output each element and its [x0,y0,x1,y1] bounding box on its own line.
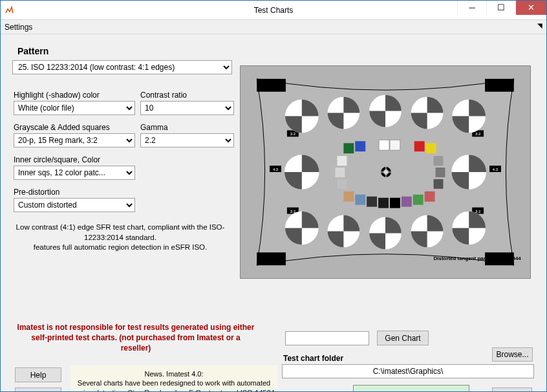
svg-rect-35 [337,156,347,166]
grayscale-select[interactable]: 20-p, 15 Reg mark, 3:2 [14,133,135,147]
title-bar: Test Charts ─ ☐ ✕ [1,1,546,20]
chart-preview: 4:3 3:2 3:2 4:3 3:2 3:2 [240,65,531,279]
predist-select[interactable]: Custom distorted [14,198,135,212]
svg-rect-38 [434,156,444,166]
menu-toggle-icon[interactable]: ◥ [537,22,542,29]
pattern-select[interactable]: 25. ISO 12233:2014 (low contrast: 4:1 ed… [12,60,232,74]
gamma-label: Gamma [140,123,234,132]
app-icon [1,1,17,20]
svg-text:3:2: 3:2 [290,132,296,136]
news-panel: News. Imatest 4.0: Several charts have b… [70,365,277,392]
folder-label: Test chart folder [283,354,343,363]
svg-rect-42 [355,195,365,205]
inner-select[interactable]: Inner sqs, 12 color patc... [14,166,135,180]
svg-rect-47 [413,195,424,205]
svg-rect-1 [257,79,286,92]
folder-input[interactable] [282,364,534,378]
reset-button[interactable]: Reset [15,387,61,392]
highlight-label: Highlight (-shadow) color [14,91,135,100]
svg-rect-45 [390,198,400,208]
news-header: News. Imatest 4.0: [73,369,275,378]
preview-caption-svg: Distorted tangent parameter = 0.944 [434,256,522,261]
svg-rect-30 [355,141,365,151]
close-window-button[interactable]: ✕ [515,1,546,15]
menu-settings[interactable]: Settings [5,23,32,32]
gen-input[interactable] [285,331,369,345]
chart-description: Low contrast (4:1) edge SFR test chart, … [14,223,227,253]
gamma-select[interactable]: 2.2 [140,133,234,147]
warning-text: Imatest is not responsible for test resu… [16,322,255,354]
svg-text:4:3: 4:3 [273,168,279,171]
svg-rect-48 [425,191,435,202]
svg-rect-43 [367,197,377,207]
svg-rect-39 [436,168,445,177]
svg-rect-3 [257,252,286,265]
svg-rect-2 [485,79,514,92]
minimize-button[interactable]: ─ [457,1,486,15]
svg-text:3:2: 3:2 [475,132,481,136]
svg-rect-40 [434,179,444,189]
contrast-label: Contrast ratio [140,91,234,100]
window-buttons: ─ ☐ ✕ [457,1,546,15]
svg-rect-31 [379,140,389,150]
create-test-chart-button[interactable]: Create test chart [353,385,469,392]
pattern-label: Pattern [17,46,535,56]
contrast-select[interactable]: 10 [140,101,234,115]
news-body: Several charts have been redesigned to w… [73,378,275,392]
browse-button[interactable]: Browse... [492,347,533,362]
svg-text:3:2: 3:2 [290,210,296,213]
predist-label: Pre-distortion [14,188,135,197]
menu-bar: Settings ◥ [1,20,546,34]
close-button[interactable]: Close [492,387,532,392]
svg-text:4:3: 4:3 [493,168,499,171]
svg-rect-44 [378,198,389,208]
content-area: Pattern 25. ISO 12233:2014 (low contrast… [1,34,546,391]
svg-rect-33 [414,141,425,151]
help-button[interactable]: Help [15,367,61,382]
svg-rect-36 [335,168,345,177]
svg-rect-29 [343,143,354,153]
svg-text:3:2: 3:2 [475,210,481,213]
svg-rect-41 [343,191,354,202]
svg-rect-46 [402,197,412,207]
inner-label: Inner circle/square, Color [14,155,135,164]
grayscale-label: Grayscale & Added squares [14,123,135,132]
svg-rect-32 [390,140,400,150]
svg-rect-34 [426,143,436,153]
maximize-button[interactable]: ☐ [486,1,515,15]
controls-column: Highlight (-shadow) color White (color f… [14,83,233,253]
highlight-select[interactable]: White (color file) [14,101,135,115]
gen-chart-button[interactable]: Gen Chart [377,331,429,345]
svg-rect-37 [337,179,347,189]
